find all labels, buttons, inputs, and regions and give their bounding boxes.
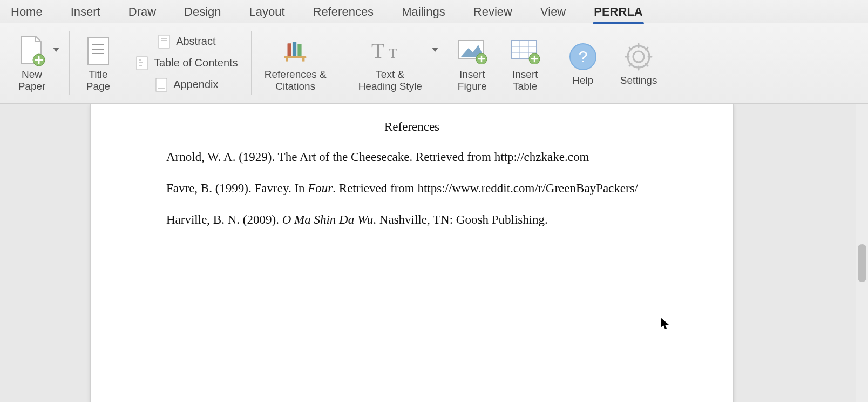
insert-figure-button[interactable]: Insert Figure	[453, 33, 491, 93]
help-icon: ?	[567, 41, 599, 72]
title-page-label: Title Page	[86, 69, 110, 92]
text-heading-label: Text & Heading Style	[358, 69, 422, 92]
references-heading: References	[166, 120, 657, 134]
new-paper-icon	[16, 35, 48, 66]
text-heading-dropdown-icon[interactable]	[432, 48, 438, 52]
tab-view[interactable]: View	[539, 3, 567, 23]
ribbon-toolbar: New Paper Title Page Abstract	[0, 23, 868, 104]
svg-text:T: T	[371, 38, 384, 63]
appendix-label: Appendix	[173, 78, 218, 91]
document-area: References Arnold, W. A. (1929). The Art…	[0, 104, 868, 402]
settings-label: Settings	[620, 75, 657, 86]
tab-layout[interactable]: Layout	[248, 3, 286, 23]
document-page[interactable]: References Arnold, W. A. (1929). The Art…	[91, 104, 733, 402]
svg-rect-19	[302, 58, 304, 61]
new-paper-label: New Paper	[18, 69, 46, 92]
title-page-icon	[83, 35, 114, 66]
group-settings: Settings	[609, 25, 668, 101]
svg-rect-18	[286, 58, 288, 61]
group-text-heading: T T Text & Heading Style	[342, 25, 446, 101]
reference-italic: O Ma Shin Da Wu	[282, 213, 374, 226]
insert-table-icon	[510, 35, 541, 66]
toc-button[interactable]: Table of Contents	[132, 55, 241, 72]
tab-design[interactable]: Design	[183, 3, 222, 23]
reference-italic: Four	[308, 182, 333, 195]
group-sections: Abstract Table of Contents Appendix	[125, 25, 249, 101]
insert-figure-icon	[457, 35, 488, 66]
bookshelf-icon	[280, 35, 311, 66]
tab-mailings[interactable]: Mailings	[401, 3, 446, 23]
reference-text: Harville, B. N. (2009).	[166, 213, 282, 226]
toc-label: Table of Contents	[154, 57, 238, 69]
svg-rect-5	[159, 35, 169, 48]
separator	[251, 31, 252, 95]
tab-references[interactable]: References	[312, 3, 375, 23]
svg-rect-14	[288, 43, 291, 56]
svg-rect-1	[88, 37, 109, 64]
gear-icon	[623, 41, 654, 72]
help-label: Help	[572, 75, 593, 86]
svg-point-33	[633, 51, 644, 62]
references-citations-button[interactable]: References & Citations	[261, 33, 330, 93]
svg-text:?: ?	[578, 48, 587, 65]
tab-draw[interactable]: Draw	[127, 3, 157, 23]
reference-text: . Retrieved from https://www.reddit.com/…	[333, 182, 638, 195]
vertical-scrollbar[interactable]	[856, 104, 868, 402]
insert-table-button[interactable]: Insert Table	[506, 33, 544, 93]
scrollbar-thumb[interactable]	[858, 244, 866, 282]
title-page-button[interactable]: Title Page	[79, 33, 117, 93]
appendix-icon	[155, 77, 168, 92]
separator	[340, 31, 340, 95]
appendix-button[interactable]: Appendix	[152, 76, 221, 93]
settings-button[interactable]: Settings	[617, 39, 661, 88]
reference-text: Arnold, W. A. (1929). The Art of the Che…	[166, 150, 589, 164]
tab-insert[interactable]: Insert	[70, 3, 101, 23]
group-insert-table: Insert Table	[499, 25, 552, 101]
insert-table-label: Insert Table	[512, 69, 538, 92]
svg-rect-12	[156, 78, 167, 91]
group-new-paper: New Paper	[5, 25, 67, 101]
tab-perrla[interactable]: PERRLA	[593, 3, 643, 23]
new-paper-dropdown-icon[interactable]	[53, 48, 59, 52]
svg-rect-8	[137, 57, 147, 70]
svg-rect-17	[284, 56, 307, 58]
reference-entry: Arnold, W. A. (1929). The Art of the Che…	[166, 149, 657, 165]
group-references-citations: References & Citations	[254, 25, 337, 101]
reference-text: Favre, B. (1999). Favrey. In	[166, 182, 308, 195]
group-help: ? Help	[557, 25, 609, 101]
insert-figure-label: Insert Figure	[458, 69, 487, 92]
group-insert-figure: Insert Figure	[446, 25, 499, 101]
abstract-icon	[158, 34, 171, 49]
tab-review[interactable]: Review	[472, 3, 513, 23]
text-heading-style-button[interactable]: T T Text & Heading Style	[350, 33, 431, 93]
group-title-page: Title Page	[72, 25, 125, 101]
references-citations-label: References & Citations	[265, 69, 327, 92]
help-button[interactable]: ? Help	[564, 39, 602, 88]
separator	[554, 31, 554, 95]
svg-rect-16	[298, 44, 302, 56]
svg-rect-15	[293, 42, 296, 56]
text-style-icon: T T	[366, 35, 415, 66]
svg-text:T: T	[389, 45, 397, 61]
ribbon-tabs: Home Insert Draw Design Layout Reference…	[0, 0, 868, 23]
toc-icon	[135, 56, 148, 71]
abstract-label: Abstract	[176, 35, 215, 48]
abstract-button[interactable]: Abstract	[154, 33, 219, 50]
mouse-cursor-icon	[660, 317, 670, 330]
reference-entry: Harville, B. N. (2009). O Ma Shin Da Wu.…	[166, 212, 657, 228]
reference-text: . Nashville, TN: Goosh Publishing.	[373, 213, 548, 226]
reference-entry: Favre, B. (1999). Favrey. In Four. Retri…	[166, 180, 657, 197]
new-paper-button[interactable]: New Paper	[13, 33, 51, 93]
tab-home[interactable]: Home	[10, 3, 44, 23]
separator	[69, 31, 70, 95]
